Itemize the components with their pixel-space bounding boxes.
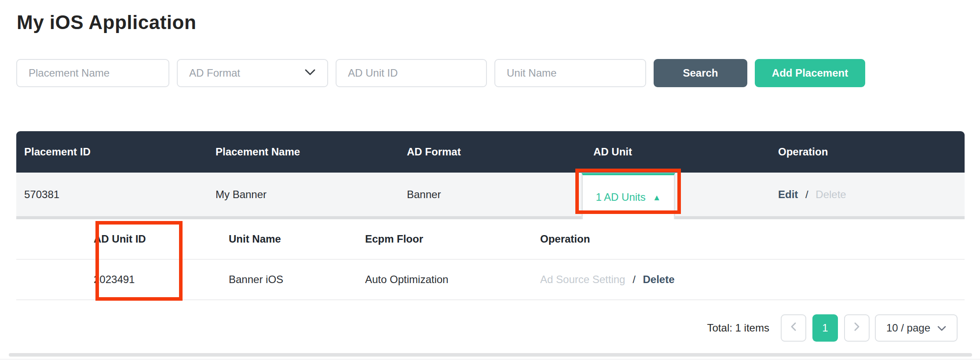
header-ad-unit: AD Unit — [593, 146, 778, 158]
header-ad-format: AD Format — [407, 146, 593, 158]
header-placement-id: Placement ID — [16, 146, 216, 158]
ad-format-select[interactable]: AD Format — [177, 59, 328, 87]
operation-cell: Edit / Delete — [778, 188, 965, 201]
chevron-left-icon — [790, 322, 797, 334]
placement-id-value: 570381 — [16, 188, 216, 201]
placement-management-page: My iOS Application AD Format Search Add … — [0, 0, 980, 361]
sub-header-ecpm-floor: Ecpm Floor — [365, 233, 540, 245]
operation-separator: / — [805, 188, 808, 200]
next-page-button[interactable] — [844, 314, 870, 342]
ad-format-value: Banner — [407, 188, 593, 201]
ecpm-floor-value: Auto Optimization — [365, 273, 540, 286]
placement-name-input[interactable] — [16, 59, 169, 87]
chevron-down-icon — [937, 322, 946, 334]
filter-bar: AD Format Search Add Placement — [16, 59, 865, 87]
sub-operation-cell: Ad Source Setting / Delete — [540, 273, 965, 286]
page-size-select[interactable]: 10 / page — [875, 314, 958, 342]
placements-table-header: Placement ID Placement Name AD Format AD… — [16, 131, 965, 173]
page-size-value: 10 / page — [886, 322, 930, 334]
delete-link[interactable]: Delete — [815, 188, 846, 200]
search-button[interactable]: Search — [654, 59, 747, 87]
sub-header-unit-name: Unit Name — [229, 233, 365, 245]
page-bottom-divider — [0, 359, 980, 360]
placement-name-value: My Banner — [216, 188, 407, 201]
annotation-box-ad-unit-id — [95, 221, 183, 301]
pagination: Total: 1 items 1 10 / page — [707, 314, 958, 342]
sub-header-operation: Operation — [540, 233, 965, 245]
sub-delete-link[interactable]: Delete — [643, 273, 674, 285]
table-row: 570381 My Banner Banner Edit / Delete — [16, 173, 965, 219]
page-1-button[interactable]: 1 — [812, 314, 838, 342]
unit-name-input[interactable] — [494, 59, 646, 87]
ad-format-select-value: AD Format — [189, 67, 240, 79]
header-placement-name: Placement Name — [216, 146, 407, 158]
chevron-right-icon — [854, 322, 860, 334]
page-title: My iOS Application — [17, 11, 196, 33]
pagination-total: Total: 1 items — [707, 322, 769, 334]
unit-name-value: Banner iOS — [229, 273, 365, 286]
sub-operation-separator: / — [633, 273, 636, 285]
ad-unit-id-input[interactable] — [336, 59, 487, 87]
edit-link[interactable]: Edit — [778, 188, 798, 200]
prev-page-button[interactable] — [781, 314, 806, 342]
add-placement-button[interactable]: Add Placement — [755, 59, 865, 87]
header-operation: Operation — [778, 146, 965, 158]
ad-source-setting-link[interactable]: Ad Source Setting — [540, 273, 625, 285]
chevron-down-icon — [304, 69, 316, 77]
annotation-box-ad-units — [575, 169, 681, 214]
horizontal-scrollbar[interactable] — [9, 353, 972, 357]
